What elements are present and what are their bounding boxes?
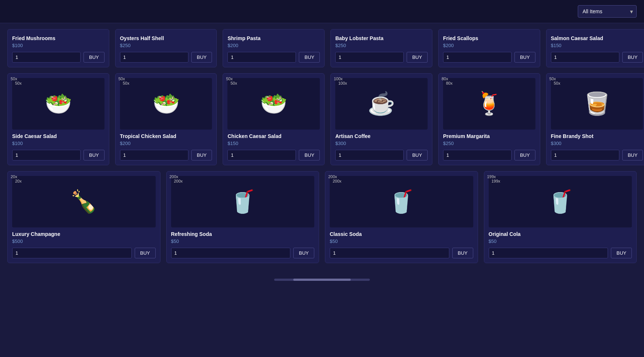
item-badge: 50x (226, 77, 233, 81)
item-emoji: 🥗 (45, 93, 72, 115)
buy-button[interactable]: BUY (299, 150, 320, 160)
item-price: $100 (12, 141, 105, 146)
buy-button[interactable]: BUY (622, 150, 643, 160)
qty-input[interactable] (120, 150, 188, 160)
qty-input[interactable] (551, 52, 619, 63)
buy-button[interactable]: BUY (135, 248, 156, 258)
item-name: Premium Margarita (443, 133, 535, 139)
item-name: Classic Soda (330, 231, 473, 237)
item-badge-img: 80x (446, 81, 453, 85)
item-name: Fried Mushrooms (12, 35, 105, 41)
buy-button[interactable]: BUY (191, 52, 212, 63)
buy-button[interactable]: BUY (514, 150, 535, 160)
buy-button[interactable]: BUY (293, 248, 314, 258)
item-badge: 80x (442, 77, 448, 81)
item-name: Original Cola (489, 231, 632, 237)
item-emoji: 🥤 (229, 191, 256, 213)
item-card-0-5: Salmon Caesar Salad$150BUY (546, 29, 644, 67)
item-actions: BUY (443, 52, 535, 63)
buy-button[interactable]: BUY (84, 52, 105, 63)
buy-button[interactable]: BUY (407, 150, 428, 160)
item-card-2-0: 20x🍾20xLuxury Champagne$500BUY (7, 171, 160, 263)
qty-input[interactable] (171, 248, 291, 258)
buy-button[interactable]: BUY (407, 52, 428, 63)
buy-button[interactable]: BUY (622, 52, 643, 63)
buy-button[interactable]: BUY (191, 150, 212, 160)
item-actions: BUY (120, 150, 212, 160)
item-price: $250 (120, 43, 212, 48)
item-price: $50 (489, 238, 632, 244)
item-actions: BUY (335, 150, 428, 160)
buy-button[interactable]: BUY (84, 150, 105, 160)
qty-input[interactable] (227, 52, 296, 63)
item-actions: BUY (227, 52, 320, 63)
item-name: Refreshing Soda (171, 231, 315, 237)
qty-input[interactable] (335, 150, 404, 160)
item-badge-img: 200x (174, 179, 183, 183)
item-actions: BUY (12, 150, 105, 160)
item-price: $200 (120, 141, 212, 146)
item-badge-img: 199x (492, 179, 500, 183)
qty-input[interactable] (489, 248, 608, 258)
item-emoji: 🥤 (388, 191, 415, 213)
qty-input[interactable] (227, 150, 296, 160)
item-image-area: 🥤200x (330, 176, 473, 227)
qty-input[interactable] (551, 150, 619, 160)
item-price: $50 (171, 238, 315, 244)
buy-button[interactable]: BUY (452, 248, 473, 258)
item-actions: BUY (335, 52, 428, 63)
item-name: Fine Brandy Shot (551, 133, 643, 139)
main-content: Fried Mushrooms$100BUYOysters Half Shell… (0, 23, 644, 275)
item-card-0-3: Baby Lobster Pasta$250BUY (330, 29, 432, 67)
item-badge-img: 50x (15, 81, 22, 85)
item-card-1-5: 50x🥃50xFine Brandy Shot$300BUY (546, 73, 644, 165)
item-image-area: ☕100x (335, 78, 428, 130)
item-name: Artisan Coffee (335, 133, 428, 139)
qty-input[interactable] (443, 150, 512, 160)
app-header: All Items Food Drinks Salads (0, 0, 644, 23)
item-badge: 50x (11, 77, 17, 81)
buy-button[interactable]: BUY (514, 52, 535, 63)
item-price: $250 (335, 43, 428, 48)
scrollbar-thumb[interactable] (293, 279, 351, 281)
qty-input[interactable] (335, 52, 404, 63)
item-card-1-2: 50x🥗50xChicken Caesar Salad$150BUY (223, 73, 325, 165)
qty-input[interactable] (443, 52, 512, 63)
item-name: Baby Lobster Pasta (335, 35, 428, 41)
qty-input[interactable] (12, 150, 81, 160)
item-price: $500 (12, 238, 156, 244)
item-badge-img: 100x (338, 81, 347, 85)
item-image-area: 🥤199x (489, 176, 632, 227)
item-card-1-4: 80x🍹80xPremium Margarita$250BUY (438, 73, 540, 165)
item-badge-img: 50x (554, 81, 560, 85)
item-card-0-4: Fried Scallops$200BUY (438, 29, 540, 67)
item-price: $150 (227, 141, 320, 146)
qty-input[interactable] (120, 52, 188, 63)
item-badge-img: 50x (230, 81, 237, 85)
qty-input[interactable] (12, 52, 81, 63)
item-image-area: 🍹80x (443, 78, 535, 130)
item-image-area: 🥗50x (120, 78, 212, 130)
item-actions: BUY (330, 248, 473, 258)
row-2-grid: 50x🥗50xSide Caesar Salad$100BUY50x🥗50xTr… (7, 73, 637, 165)
item-price: $50 (330, 238, 473, 244)
item-price: $300 (551, 141, 643, 146)
qty-input[interactable] (12, 248, 132, 258)
item-price: $300 (335, 141, 428, 146)
filter-select[interactable]: All Items Food Drinks Salads (578, 5, 637, 18)
filter-container: All Items Food Drinks Salads (578, 5, 637, 18)
item-badge: 199x (487, 174, 496, 179)
item-price: $150 (551, 43, 643, 48)
item-actions: BUY (489, 248, 632, 258)
item-badge: 200x (170, 174, 178, 179)
qty-input[interactable] (330, 248, 449, 258)
item-name: Oysters Half Shell (120, 35, 212, 41)
item-emoji: 🥃 (583, 93, 611, 115)
item-badge: 200x (328, 174, 337, 179)
item-image-area: 🍾20x (12, 176, 156, 227)
buy-button[interactable]: BUY (299, 52, 320, 63)
row-1-grid: Fried Mushrooms$100BUYOysters Half Shell… (7, 29, 637, 67)
buy-button[interactable]: BUY (611, 248, 632, 258)
item-name: Tropical Chicken Salad (120, 133, 212, 139)
item-badge-img: 20x (15, 179, 22, 183)
